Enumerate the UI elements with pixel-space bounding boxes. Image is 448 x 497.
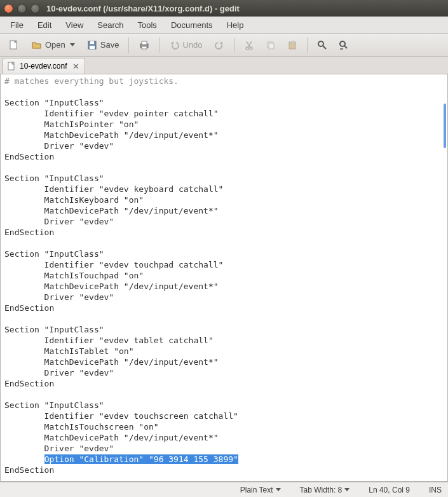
open-dropdown-icon[interactable] [70,43,75,46]
svg-rect-12 [291,41,294,43]
chevron-down-icon [344,488,350,491]
find-replace-button[interactable] [334,36,353,54]
menu-search[interactable]: Search [91,18,130,32]
status-bar: Plain Text Tab Width: 8 Ln 40, Col 9 INS [0,482,448,497]
toolbar-separator [128,37,129,53]
save-label: Save [100,40,119,50]
code-indent [4,454,44,464]
code-block: Section "InputClass" Identifier "evdev k… [4,174,223,237]
find-button[interactable] [313,36,332,54]
menu-edit[interactable]: Edit [31,18,58,32]
tab-label: 10-evdev.conf [20,62,67,71]
undo-button: Undo [165,36,207,54]
toolbar-separator [234,37,234,53]
syntax-mode-selector[interactable]: Plain Text [240,486,281,494]
menu-tools[interactable]: Tools [132,18,163,32]
save-button[interactable]: Save [82,36,124,54]
undo-label: Undo [182,40,202,50]
text-editor[interactable]: # matches everything but joysticks. Sect… [1,74,447,481]
document-tab[interactable]: 10-evdev.conf ✕ [3,58,85,74]
open-label: Open [45,40,65,50]
syntax-label: Plain Text [240,486,273,494]
open-button[interactable]: Open [27,36,79,54]
toolbar-separator [160,37,160,53]
insert-mode[interactable]: INS [429,486,442,494]
tab-width-selector[interactable]: Tab Width: 8 [300,486,350,494]
code-block: Section "InputClass" Identifier "evdev t… [4,249,223,313]
menu-bar: File Edit View Search Tools Documents He… [0,17,448,34]
window-buttons [4,4,40,13]
code-block: Section "InputClass" Identifier "evdev t… [4,400,238,453]
code-block: Section "InputClass" Identifier "evdev p… [4,98,219,161]
tab-close-button[interactable]: ✕ [71,62,81,71]
minimize-window-button[interactable] [17,4,27,13]
menu-help[interactable]: Help [221,18,250,32]
svg-point-8 [250,47,252,50]
svg-point-7 [246,47,248,50]
svg-rect-3 [90,46,95,49]
maximize-window-button[interactable] [31,4,40,13]
close-window-button[interactable] [4,4,13,13]
svg-rect-6 [142,46,147,49]
menu-file[interactable]: File [4,18,30,32]
cut-button[interactable] [240,36,259,54]
svg-rect-10 [269,43,274,49]
svg-point-13 [318,41,323,46]
tab-bar: 10-evdev.conf ✕ [0,57,448,74]
window-title: 10-evdev.conf (/usr/share/X11/xorg.conf.… [46,4,240,13]
menu-documents[interactable]: Documents [165,18,219,32]
code-block: Section "InputClass" Identifier "evdev t… [4,325,219,388]
toolbar-separator [307,37,308,53]
cursor-position: Ln 40, Col 9 [369,486,410,494]
copy-button[interactable] [261,36,280,54]
paste-button [283,36,302,54]
svg-rect-2 [90,41,94,44]
svg-point-14 [340,41,345,46]
print-button[interactable] [134,36,154,54]
svg-rect-5 [142,41,147,44]
selected-text: Option "Calibration" "96 3914 155 3899" [44,454,238,464]
editor-area[interactable]: # matches everything but joysticks. Sect… [0,74,448,482]
window-titlebar: 10-evdev.conf (/usr/share/X11/xorg.conf.… [0,0,448,17]
menu-view[interactable]: View [59,18,90,32]
partial-line: # matches everything but joysticks. [4,76,179,86]
chevron-down-icon [276,488,281,491]
new-document-button[interactable] [4,36,24,54]
code-block: EndSection [4,465,54,475]
document-icon [7,62,16,71]
toolbar: Open Save Undo [0,34,448,57]
redo-button [210,36,229,54]
tab-width-label: Tab Width: 8 [300,486,343,494]
